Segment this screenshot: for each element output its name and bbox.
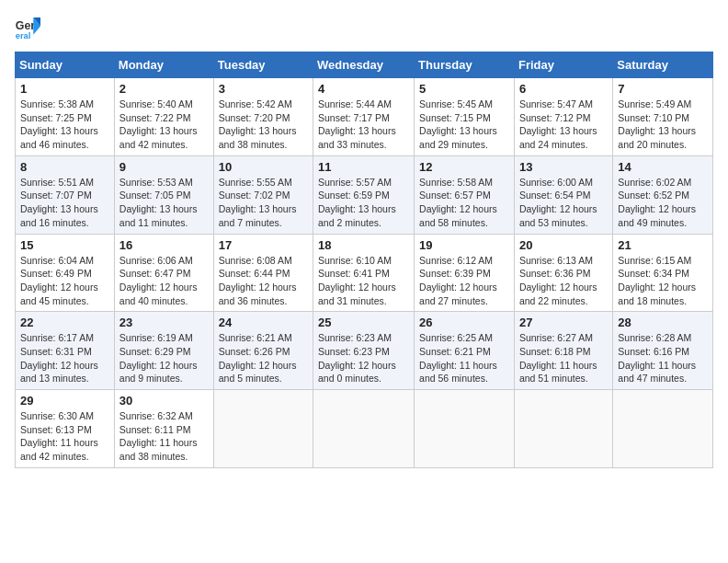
day-number: 24 xyxy=(219,316,308,329)
day-number: 10 xyxy=(219,160,308,174)
col-header-thursday: Thursday xyxy=(415,52,515,78)
col-header-tuesday: Tuesday xyxy=(213,52,313,78)
day-number: 23 xyxy=(119,316,209,329)
day-detail: Sunrise: 6:15 AM Sunset: 6:34 PM Dayligh… xyxy=(618,254,708,308)
day-detail: Sunrise: 5:45 AM Sunset: 7:15 PM Dayligh… xyxy=(419,98,509,152)
day-detail: Sunrise: 5:42 AM Sunset: 7:20 PM Dayligh… xyxy=(219,98,308,152)
day-number: 22 xyxy=(20,316,109,329)
day-detail: Sunrise: 6:06 AM Sunset: 6:47 PM Dayligh… xyxy=(119,254,209,308)
calendar-cell: 1Sunrise: 5:38 AM Sunset: 7:25 PM Daylig… xyxy=(16,78,115,156)
day-detail: Sunrise: 6:17 AM Sunset: 6:31 PM Dayligh… xyxy=(20,331,109,385)
col-header-wednesday: Wednesday xyxy=(313,52,415,78)
day-number: 29 xyxy=(20,394,109,408)
day-detail: Sunrise: 5:38 AM Sunset: 7:25 PM Dayligh… xyxy=(20,98,109,152)
calendar-cell: 15Sunrise: 6:04 AM Sunset: 6:49 PM Dayli… xyxy=(16,234,115,312)
calendar-cell: 28Sunrise: 6:28 AM Sunset: 6:16 PM Dayli… xyxy=(613,312,713,390)
day-number: 7 xyxy=(618,82,708,96)
day-number: 12 xyxy=(419,160,509,174)
calendar-cell: 18Sunrise: 6:10 AM Sunset: 6:41 PM Dayli… xyxy=(313,234,415,312)
svg-text:eral: eral xyxy=(16,31,31,40)
day-detail: Sunrise: 5:51 AM Sunset: 7:07 PM Dayligh… xyxy=(20,176,109,230)
calendar-cell: 26Sunrise: 6:25 AM Sunset: 6:21 PM Dayli… xyxy=(415,312,515,390)
day-number: 4 xyxy=(318,82,409,96)
calendar-cell: 14Sunrise: 6:02 AM Sunset: 6:52 PM Dayli… xyxy=(613,155,713,234)
day-number: 8 xyxy=(20,160,109,174)
calendar-header-row: SundayMondayTuesdayWednesdayThursdayFrid… xyxy=(16,52,713,78)
day-detail: Sunrise: 6:28 AM Sunset: 6:16 PM Dayligh… xyxy=(618,331,708,385)
day-detail: Sunrise: 6:12 AM Sunset: 6:39 PM Dayligh… xyxy=(419,254,509,308)
day-detail: Sunrise: 5:58 AM Sunset: 6:57 PM Dayligh… xyxy=(419,176,509,230)
calendar-cell xyxy=(613,390,713,468)
calendar-cell: 30Sunrise: 6:32 AM Sunset: 6:11 PM Dayli… xyxy=(114,390,213,468)
day-detail: Sunrise: 6:10 AM Sunset: 6:41 PM Dayligh… xyxy=(318,254,409,308)
day-number: 5 xyxy=(419,82,509,96)
day-detail: Sunrise: 6:30 AM Sunset: 6:13 PM Dayligh… xyxy=(20,409,109,464)
day-detail: Sunrise: 6:27 AM Sunset: 6:18 PM Dayligh… xyxy=(519,331,608,385)
day-detail: Sunrise: 5:44 AM Sunset: 7:17 PM Dayligh… xyxy=(318,98,409,152)
calendar-week-2: 8Sunrise: 5:51 AM Sunset: 7:07 PM Daylig… xyxy=(16,155,713,234)
calendar-cell: 19Sunrise: 6:12 AM Sunset: 6:39 PM Dayli… xyxy=(415,234,515,312)
calendar-week-1: 1Sunrise: 5:38 AM Sunset: 7:25 PM Daylig… xyxy=(16,78,713,156)
calendar-cell: 25Sunrise: 6:23 AM Sunset: 6:23 PM Dayli… xyxy=(313,312,415,390)
col-header-sunday: Sunday xyxy=(16,52,115,78)
day-detail: Sunrise: 6:32 AM Sunset: 6:11 PM Dayligh… xyxy=(119,409,209,464)
day-number: 28 xyxy=(618,316,708,329)
day-number: 18 xyxy=(318,238,409,252)
calendar-cell xyxy=(313,390,415,468)
calendar-cell: 4Sunrise: 5:44 AM Sunset: 7:17 PM Daylig… xyxy=(313,78,415,156)
day-number: 20 xyxy=(519,238,608,252)
calendar-cell: 3Sunrise: 5:42 AM Sunset: 7:20 PM Daylig… xyxy=(213,78,313,156)
col-header-friday: Friday xyxy=(514,52,612,78)
calendar-cell xyxy=(415,390,515,468)
calendar-cell: 21Sunrise: 6:15 AM Sunset: 6:34 PM Dayli… xyxy=(613,234,713,312)
calendar-cell: 6Sunrise: 5:47 AM Sunset: 7:12 PM Daylig… xyxy=(514,78,612,156)
day-number: 15 xyxy=(20,238,109,252)
calendar-cell: 11Sunrise: 5:57 AM Sunset: 6:59 PM Dayli… xyxy=(313,155,415,234)
calendar-week-4: 22Sunrise: 6:17 AM Sunset: 6:31 PM Dayli… xyxy=(16,312,713,390)
calendar-cell: 24Sunrise: 6:21 AM Sunset: 6:26 PM Dayli… xyxy=(213,312,313,390)
day-detail: Sunrise: 6:02 AM Sunset: 6:52 PM Dayligh… xyxy=(618,176,708,230)
day-number: 16 xyxy=(119,238,209,252)
day-number: 19 xyxy=(419,238,509,252)
day-detail: Sunrise: 6:19 AM Sunset: 6:29 PM Dayligh… xyxy=(119,331,209,385)
calendar-cell: 23Sunrise: 6:19 AM Sunset: 6:29 PM Dayli… xyxy=(114,312,213,390)
calendar-cell: 20Sunrise: 6:13 AM Sunset: 6:36 PM Dayli… xyxy=(514,234,612,312)
day-number: 14 xyxy=(618,160,708,174)
day-number: 21 xyxy=(618,238,708,252)
day-number: 27 xyxy=(519,316,608,329)
calendar-cell xyxy=(514,390,612,468)
calendar-cell: 27Sunrise: 6:27 AM Sunset: 6:18 PM Dayli… xyxy=(514,312,612,390)
calendar-cell: 13Sunrise: 6:00 AM Sunset: 6:54 PM Dayli… xyxy=(514,155,612,234)
day-detail: Sunrise: 5:47 AM Sunset: 7:12 PM Dayligh… xyxy=(519,98,608,152)
calendar-cell: 17Sunrise: 6:08 AM Sunset: 6:44 PM Dayli… xyxy=(213,234,313,312)
day-detail: Sunrise: 5:55 AM Sunset: 7:02 PM Dayligh… xyxy=(219,176,308,230)
calendar-cell: 5Sunrise: 5:45 AM Sunset: 7:15 PM Daylig… xyxy=(415,78,515,156)
day-number: 17 xyxy=(219,238,308,252)
calendar-cell: 12Sunrise: 5:58 AM Sunset: 6:57 PM Dayli… xyxy=(415,155,515,234)
day-number: 30 xyxy=(119,394,209,408)
day-detail: Sunrise: 6:25 AM Sunset: 6:21 PM Dayligh… xyxy=(419,331,509,385)
day-detail: Sunrise: 6:04 AM Sunset: 6:49 PM Dayligh… xyxy=(20,254,109,308)
logo: Gen eral xyxy=(15,15,44,40)
calendar-week-5: 29Sunrise: 6:30 AM Sunset: 6:13 PM Dayli… xyxy=(16,390,713,468)
calendar-table: SundayMondayTuesdayWednesdayThursdayFrid… xyxy=(15,52,713,468)
day-number: 2 xyxy=(119,82,209,96)
calendar-cell: 8Sunrise: 5:51 AM Sunset: 7:07 PM Daylig… xyxy=(16,155,115,234)
day-number: 11 xyxy=(318,160,409,174)
day-detail: Sunrise: 6:08 AM Sunset: 6:44 PM Dayligh… xyxy=(219,254,308,308)
day-number: 9 xyxy=(119,160,209,174)
calendar-cell: 10Sunrise: 5:55 AM Sunset: 7:02 PM Dayli… xyxy=(213,155,313,234)
day-number: 26 xyxy=(419,316,509,329)
calendar-cell: 9Sunrise: 5:53 AM Sunset: 7:05 PM Daylig… xyxy=(114,155,213,234)
col-header-monday: Monday xyxy=(114,52,213,78)
calendar-cell: 29Sunrise: 6:30 AM Sunset: 6:13 PM Dayli… xyxy=(16,390,115,468)
day-detail: Sunrise: 5:49 AM Sunset: 7:10 PM Dayligh… xyxy=(618,98,708,152)
day-detail: Sunrise: 6:21 AM Sunset: 6:26 PM Dayligh… xyxy=(219,331,308,385)
calendar-cell xyxy=(213,390,313,468)
calendar-cell: 22Sunrise: 6:17 AM Sunset: 6:31 PM Dayli… xyxy=(16,312,115,390)
day-number: 25 xyxy=(318,316,409,329)
day-number: 3 xyxy=(219,82,308,96)
day-detail: Sunrise: 5:40 AM Sunset: 7:22 PM Dayligh… xyxy=(119,98,209,152)
day-detail: Sunrise: 5:57 AM Sunset: 6:59 PM Dayligh… xyxy=(318,176,409,230)
day-number: 1 xyxy=(20,82,109,96)
